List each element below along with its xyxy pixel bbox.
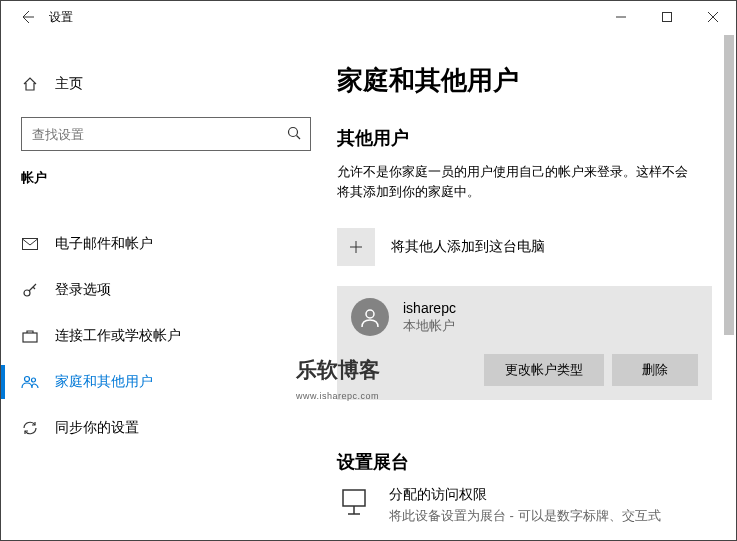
- window-controls: [598, 1, 736, 33]
- home-label: 主页: [55, 75, 83, 93]
- other-users-heading: 其他用户: [337, 126, 712, 150]
- sidebar: 主页 帐户 电子邮件和帐户 登录选项: [1, 33, 331, 540]
- mail-icon: [21, 237, 39, 251]
- add-user-label: 将其他人添加到这台电脑: [391, 238, 545, 256]
- nav-list: 电子邮件和帐户 登录选项 连接工作或学校帐户 家庭和其他用户: [1, 197, 331, 451]
- maximize-button[interactable]: [644, 1, 690, 33]
- nav-item-work-school[interactable]: 连接工作或学校帐户: [1, 313, 331, 359]
- nav-label: 连接工作或学校帐户: [55, 327, 181, 345]
- briefcase-icon: [21, 329, 39, 343]
- user-name: isharepc: [403, 300, 456, 316]
- kiosk-heading: 设置展台: [337, 450, 712, 474]
- kiosk-title: 分配的访问权限: [389, 486, 661, 504]
- home-icon: [21, 76, 39, 92]
- nav-item-signin[interactable]: 登录选项: [1, 267, 331, 313]
- user-card[interactable]: isharepc 本地帐户 更改帐户类型 删除: [337, 286, 712, 400]
- content-area: 家庭和其他用户 其他用户 允许不是你家庭一员的用户使用自己的帐户来登录。这样不会…: [331, 33, 736, 540]
- people-icon: [21, 375, 39, 389]
- nav-item-sync[interactable]: 同步你的设置: [1, 405, 331, 451]
- scrollbar-thumb[interactable]: [724, 35, 734, 335]
- svg-point-1: [289, 127, 298, 136]
- section-header-accounts: 帐户: [1, 169, 331, 197]
- home-button[interactable]: 主页: [1, 65, 331, 103]
- nav-label: 同步你的设置: [55, 419, 139, 437]
- minimize-button[interactable]: [598, 1, 644, 33]
- page-heading: 家庭和其他用户: [337, 63, 712, 98]
- avatar: [351, 298, 389, 336]
- nav-item-family[interactable]: 家庭和其他用户: [1, 359, 331, 405]
- svg-rect-4: [23, 333, 37, 342]
- nav-label: 登录选项: [55, 281, 111, 299]
- svg-point-5: [25, 377, 30, 382]
- delete-user-button[interactable]: 删除: [612, 354, 698, 386]
- titlebar: 设置: [1, 1, 736, 33]
- svg-rect-2: [23, 239, 38, 250]
- kiosk-row[interactable]: 分配的访问权限 将此设备设置为展台 - 可以是数字标牌、交互式: [337, 486, 712, 526]
- add-user-button[interactable]: 将其他人添加到这台电脑: [337, 228, 712, 266]
- search-icon: [286, 125, 302, 144]
- close-button[interactable]: [690, 1, 736, 33]
- nav-label: 家庭和其他用户: [55, 373, 153, 391]
- back-button[interactable]: [7, 1, 47, 33]
- kiosk-subtitle: 将此设备设置为展台 - 可以是数字标牌、交互式: [389, 506, 661, 526]
- svg-rect-8: [343, 490, 365, 506]
- nav-label: 电子邮件和帐户: [55, 235, 153, 253]
- svg-point-6: [32, 378, 36, 382]
- key-icon: [21, 282, 39, 298]
- scrollbar[interactable]: [722, 33, 736, 540]
- other-users-desc: 允许不是你家庭一员的用户使用自己的帐户来登录。这样不会将其添加到你的家庭中。: [337, 162, 697, 202]
- nav-item-email[interactable]: 电子邮件和帐户: [1, 221, 331, 267]
- svg-rect-0: [663, 13, 672, 22]
- plus-icon: [337, 228, 375, 266]
- window-title: 设置: [47, 9, 73, 26]
- search-input[interactable]: [32, 127, 286, 142]
- user-type: 本地帐户: [403, 317, 456, 335]
- search-box[interactable]: [21, 117, 311, 151]
- sync-icon: [21, 420, 39, 436]
- svg-point-7: [366, 310, 374, 318]
- kiosk-icon: [337, 486, 371, 526]
- change-account-type-button[interactable]: 更改帐户类型: [484, 354, 604, 386]
